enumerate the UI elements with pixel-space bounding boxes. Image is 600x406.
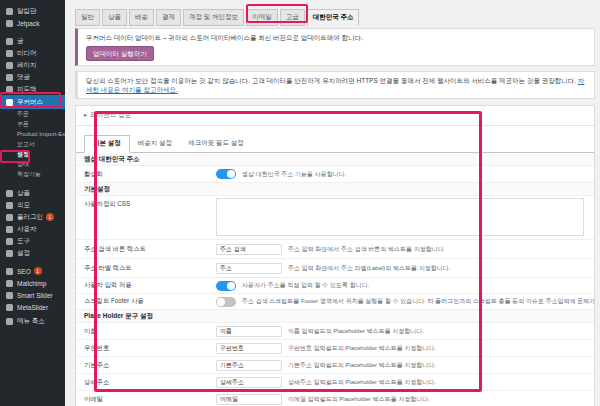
admin-sidebar: 알림판Jetpack글미디어페이지댓글피드백우커머스주문쿠폰Product Im… bbox=[0, 0, 65, 406]
settings-subtabs: 기본 설정배송지 설정체크아웃 필드 설정 bbox=[76, 126, 594, 153]
https-notice: 당신의 스토어가 보안 접속을 이용하는 것 같지 않습니다. 고객 데이터를 … bbox=[75, 71, 595, 99]
address-label-text-input[interactable] bbox=[216, 263, 282, 274]
sidebar-item-플러그인[interactable]: 플러그인1 bbox=[0, 211, 65, 223]
field-description: 주소 입력 화면에서 주소 라벨(Label)의 텍스트를 지정합니다. bbox=[288, 264, 450, 273]
run-updater-button[interactable]: 업데이터 실행하기 bbox=[86, 46, 154, 61]
sidebar-item-사용자[interactable]: 사용자 bbox=[0, 223, 65, 235]
products-icon bbox=[6, 190, 13, 197]
sidebar-item-label: 알림판 bbox=[17, 7, 37, 16]
sidebar-item-label: 쿠폰 bbox=[17, 120, 29, 129]
sidebar-item-설정[interactable]: 설정 bbox=[0, 149, 65, 159]
sidebar-item-도구[interactable]: 도구 bbox=[0, 235, 65, 247]
sidebar-item-label: 주문 bbox=[17, 110, 29, 119]
postcode-placeholder-input[interactable] bbox=[216, 343, 282, 354]
field-label: 활성화 bbox=[76, 170, 216, 179]
tools-icon bbox=[6, 238, 13, 245]
sidebar-item-글[interactable]: 글 bbox=[0, 35, 65, 47]
sidebar-item-설정[interactable]: 설정 bbox=[0, 247, 65, 259]
sidebar-item-label: 외모 bbox=[17, 201, 30, 210]
license-info-toggle[interactable]: ▸라이선스 정보 bbox=[76, 106, 594, 126]
field-label: 주소 라벨 텍스트 bbox=[76, 264, 216, 273]
sidebar-item-label: 댓글 bbox=[17, 73, 30, 82]
form-row: 이름이름 입력필드의 Placeholder 텍스트를 지정합니다. bbox=[76, 323, 594, 340]
sidebar-item-label: Jetpack bbox=[17, 20, 39, 27]
section-header: Place Holder 문구 설정 bbox=[76, 310, 594, 323]
sidebar-item-메뉴-축소[interactable]: 메뉴 축소 bbox=[0, 315, 65, 327]
form-row: 사용자 입력 허용사용자가 주소를 직접 입력 할 수 있도록 합니다. bbox=[76, 278, 594, 294]
sidebar-item-label: Product Import-Export bbox=[17, 131, 65, 137]
field-description: 이메일 입력필드의 Placeholder 텍스트를 지정합니다. bbox=[288, 395, 430, 404]
form-row: 주소 검색 버튼 텍스트주소 입력 화면에서 주소 검색 버튼의 텍스트를 지정… bbox=[76, 240, 594, 259]
sidebar-item-페이지[interactable]: 페이지 bbox=[0, 59, 65, 71]
users-icon bbox=[6, 226, 13, 233]
address1-placeholder-input[interactable] bbox=[216, 360, 282, 371]
tab-상품[interactable]: 상품 bbox=[102, 9, 127, 26]
sidebar-item-쿠폰[interactable]: 쿠폰 bbox=[0, 119, 65, 129]
field-control: 기본주소 입력필드의 Placeholder 텍스트를 지정합니다. bbox=[216, 360, 594, 371]
email-placeholder-input[interactable] bbox=[216, 394, 282, 405]
tab-배송[interactable]: 배송 bbox=[129, 9, 154, 26]
field-control bbox=[216, 196, 594, 236]
media-icon bbox=[6, 50, 13, 57]
sidebar-item-label: 도구 bbox=[17, 237, 30, 246]
address2-placeholder-input[interactable] bbox=[216, 377, 282, 388]
sidebar-item-댓글[interactable]: 댓글 bbox=[0, 71, 65, 83]
sidebar-item-label: 상태 bbox=[17, 160, 29, 169]
woocommerce-icon bbox=[6, 99, 13, 106]
sidebar-item-metaslider[interactable]: MetaSlider bbox=[0, 301, 65, 313]
sidebar-item-알림판[interactable]: 알림판 bbox=[0, 5, 65, 17]
field-description: 주소 입력 화면에서 주소 검색 버튼의 텍스트를 지정합니다. bbox=[288, 245, 445, 254]
custom-css-textarea[interactable] bbox=[216, 198, 584, 236]
field-label: 사용자정의 CSS bbox=[76, 196, 216, 209]
pages-icon bbox=[6, 62, 13, 69]
sidebar-item-보고서[interactable]: 보고서 bbox=[0, 139, 65, 149]
sidebar-item-seo[interactable]: SEO1 bbox=[0, 265, 65, 277]
sidebar-item-label: 사용자 bbox=[17, 225, 37, 234]
sidebar-item-label: 설정 bbox=[17, 249, 30, 258]
sidebar-item-외모[interactable]: 외모 bbox=[0, 199, 65, 211]
tab-이메일[interactable]: 이메일 bbox=[246, 9, 278, 26]
field-control: 우편번호 입력필드의 Placeholder 텍스트를 지정합니다. bbox=[216, 343, 594, 354]
sidebar-item-미디어[interactable]: 미디어 bbox=[0, 47, 65, 59]
form-row: 기본주소기본주소 입력필드의 Placeholder 텍스트를 지정합니다. bbox=[76, 357, 594, 374]
license-info-label: 라이선스 정보 bbox=[90, 111, 131, 118]
tab-고급[interactable]: 고급 bbox=[280, 9, 305, 26]
sidebar-item-우커머스[interactable]: 우커머스 bbox=[0, 95, 65, 109]
sidebar-item-주문[interactable]: 주문 bbox=[0, 109, 65, 119]
form-row: 사용자정의 CSS bbox=[76, 196, 594, 240]
update-count-badge: 1 bbox=[34, 267, 42, 275]
tab-대한민국-주소[interactable]: 대한민국 주소 bbox=[307, 9, 360, 26]
form-row: 활성화엠샵 대한민국 주소 기능을 사용합니다. bbox=[76, 166, 594, 183]
sidebar-item-product-import-export[interactable]: Product Import-Export bbox=[0, 129, 65, 139]
name-placeholder-input[interactable] bbox=[216, 326, 282, 337]
enable-toggle[interactable] bbox=[216, 169, 236, 179]
field-label: 이메일 bbox=[76, 395, 216, 404]
script-footer-toggle[interactable] bbox=[216, 297, 236, 307]
tab-계정-및-개인정보[interactable]: 계정 및 개인정보 bbox=[183, 9, 244, 26]
field-label: 우편번호 bbox=[76, 344, 216, 353]
sidebar-item-jetpack[interactable]: Jetpack bbox=[0, 17, 65, 29]
field-control: 엠샵 대한민국 주소 기능을 사용합니다. bbox=[216, 169, 594, 179]
address-search-button-text-input[interactable] bbox=[216, 244, 282, 255]
sidebar-item-smart-slider[interactable]: Smart Slider bbox=[0, 289, 65, 301]
sidebar-item-상품[interactable]: 상품 bbox=[0, 187, 65, 199]
field-description: 기본주소 입력필드의 Placeholder 텍스트를 지정합니다. bbox=[288, 361, 436, 370]
allow-user-input-toggle[interactable] bbox=[216, 281, 236, 291]
sidebar-item-label: 우커머스 bbox=[17, 98, 43, 107]
tab-결제[interactable]: 결제 bbox=[156, 9, 181, 26]
subtab-기본-설정[interactable]: 기본 설정 bbox=[84, 135, 130, 153]
field-description: 엠샵 대한민국 주소 기능을 사용합니다. bbox=[242, 170, 346, 179]
field-label: 이름 bbox=[76, 327, 216, 336]
seo-icon bbox=[6, 268, 13, 275]
subtab-체크아웃-필드-설정[interactable]: 체크아웃 필드 설정 bbox=[180, 136, 252, 152]
settings-panel: ▸라이선스 정보 기본 설정배송지 설정체크아웃 필드 설정 엠샵 대한민국 주… bbox=[75, 105, 595, 406]
sidebar-item-mailchimp[interactable]: Mailchimp bbox=[0, 277, 65, 289]
sidebar-item-상태[interactable]: 상태 bbox=[0, 159, 65, 169]
subtab-배송지-설정[interactable]: 배송지 설정 bbox=[130, 136, 180, 152]
field-description: 우편번호 입력필드의 Placeholder 텍스트를 지정합니다. bbox=[288, 344, 436, 353]
sidebar-item-확장기능[interactable]: 확장기능 bbox=[0, 169, 65, 179]
tab-일반[interactable]: 일반 bbox=[75, 9, 100, 26]
sidebar-item-피드백[interactable]: 피드백 bbox=[0, 83, 65, 95]
field-description: 사용자가 주소를 직접 입력 할 수 있도록 합니다. bbox=[242, 281, 369, 290]
jetpack-icon bbox=[6, 20, 13, 27]
